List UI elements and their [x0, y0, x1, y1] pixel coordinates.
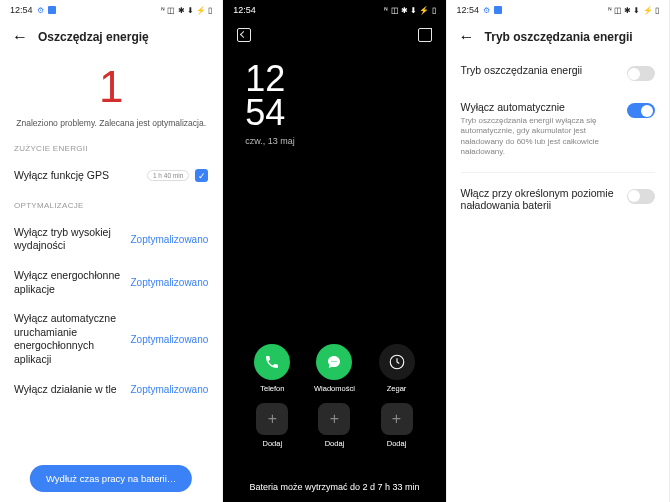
setting-auto-off[interactable]: Wyłącz automatycznie Tryb oszczędzania e… — [461, 91, 655, 168]
opt-label: Wyłącz tryb wysokiej wydajności — [14, 226, 124, 253]
opt-row-hiperf[interactable]: Wyłącz tryb wysokiej wydajności Zoptymal… — [14, 218, 208, 261]
app-clock[interactable]: Zegar — [379, 344, 415, 393]
opt-label: Wyłącz działanie w tle — [14, 383, 117, 397]
optimize-button[interactable]: Wydłuż czas pracy na baterii… — [30, 465, 192, 492]
app-add-1[interactable]: + Dodaj — [256, 403, 288, 448]
opt-label: Wyłącz energochłonne aplikacje — [14, 269, 124, 296]
opt-row-bg[interactable]: Wyłącz działanie w tle Zoptymalizowano — [14, 375, 208, 405]
message-icon — [316, 344, 352, 380]
gps-time-chip: 1 h 40 min — [147, 170, 189, 181]
switch-auto-off[interactable] — [627, 103, 655, 118]
app-label: Zegar — [387, 384, 407, 393]
clock-date: czw., 13 maj — [245, 136, 423, 146]
opt-row-drain[interactable]: Wyłącz energochłonne aplikacje Zoptymali… — [14, 261, 208, 304]
gps-label: Wyłącz funkcję GPS — [14, 169, 109, 183]
back-icon[interactable]: ← — [12, 28, 28, 46]
plus-icon: + — [318, 403, 350, 435]
app-add-3[interactable]: + Dodaj — [381, 403, 413, 448]
setting-title: Wyłącz automatycznie — [461, 101, 617, 113]
status-time: 12:54 — [233, 5, 256, 15]
app-add-2[interactable]: + Dodaj — [318, 403, 350, 448]
opt-status: Zoptymalizowano — [130, 234, 208, 245]
plus-icon: + — [381, 403, 413, 435]
switch-auto-on[interactable] — [627, 189, 655, 204]
status-time: 12:54 — [457, 5, 480, 15]
clock-hours: 12 — [245, 62, 423, 96]
page-title: Oszczędzaj energię — [38, 30, 149, 44]
gps-checkbox[interactable]: ✓ — [195, 169, 208, 182]
clock-icon — [379, 344, 415, 380]
plus-icon: + — [256, 403, 288, 435]
opt-status: Zoptymalizowano — [130, 277, 208, 288]
app-label: Dodaj — [387, 439, 407, 448]
switch-saver-mode[interactable] — [627, 66, 655, 81]
phone-icon — [254, 344, 290, 380]
status-bar: 12:54 ᴺ ◫ ✱ ⬇ ⚡ ▯ — [223, 0, 445, 20]
section-energy: ZUŻYCIE ENERGII — [14, 144, 208, 153]
app-grid: Telefon Wiadomości Zegar + Dodaj + Dodaj… — [223, 344, 445, 448]
app-label: Dodaj — [325, 439, 345, 448]
notif-icon — [494, 6, 502, 14]
app-label: Telefon — [260, 384, 284, 393]
battery-estimate: Bateria może wytrzymać do 2 d 7 h 33 min — [223, 482, 445, 492]
status-bar: 12:54 ᴺ ◫ ✱ ⬇ ⚡ ▯ — [447, 0, 669, 20]
page-title: Tryb oszczędzania energii — [485, 30, 633, 44]
clock-minutes: 54 — [245, 96, 423, 130]
setting-title: Włącz przy określonym poziomie naładowan… — [461, 187, 617, 211]
issue-subtitle: Znaleziono problemy. Zalecana jest optym… — [14, 118, 208, 128]
clock-widget: 12 54 czw., 13 maj — [223, 50, 445, 146]
notif-icon — [48, 6, 56, 14]
setting-title: Tryb oszczędzania energii — [461, 64, 617, 76]
edit-icon[interactable] — [418, 28, 432, 42]
opt-status: Zoptymalizowano — [130, 334, 208, 345]
app-phone[interactable]: Telefon — [254, 344, 290, 393]
back-icon[interactable]: ← — [459, 28, 475, 46]
setting-auto-on[interactable]: Włącz przy określonym poziomie naładowan… — [461, 177, 655, 224]
opt-row-autostart[interactable]: Wyłącz automatyczne uruchamianie energoc… — [14, 304, 208, 375]
status-signal: ᴺ ◫ ✱ ⬇ ⚡ ▯ — [384, 6, 435, 15]
setting-desc: Tryb oszczędzania energii wyłącza się au… — [461, 116, 617, 158]
status-bar: 12:54 ᴺ ◫ ✱ ⬇ ⚡ ▯ — [0, 0, 222, 20]
opt-status: Zoptymalizowano — [130, 384, 208, 395]
header: ← Oszczędzaj energię — [0, 20, 222, 54]
app-label: Dodaj — [263, 439, 283, 448]
app-messages[interactable]: Wiadomości — [314, 344, 355, 393]
app-label: Wiadomości — [314, 384, 355, 393]
status-signal: ᴺ ◫ ✱ ⬇ ⚡ ▯ — [161, 6, 212, 15]
section-opt: OPTYMALIZACJE — [14, 201, 208, 210]
gear-icon — [37, 5, 44, 15]
status-time: 12:54 — [10, 5, 33, 15]
divider — [461, 172, 655, 173]
setting-saver-mode[interactable]: Tryb oszczędzania energii — [461, 54, 655, 91]
status-signal: ᴺ ◫ ✱ ⬇ ⚡ ▯ — [608, 6, 659, 15]
back-icon[interactable] — [237, 28, 251, 42]
issue-count: 1 — [14, 62, 208, 112]
gear-icon — [483, 5, 490, 15]
gps-row[interactable]: Wyłącz funkcję GPS 1 h 40 min ✓ — [14, 161, 208, 191]
header: ← Tryb oszczędzania energii — [447, 20, 669, 54]
opt-label: Wyłącz automatyczne uruchamianie energoc… — [14, 312, 124, 367]
